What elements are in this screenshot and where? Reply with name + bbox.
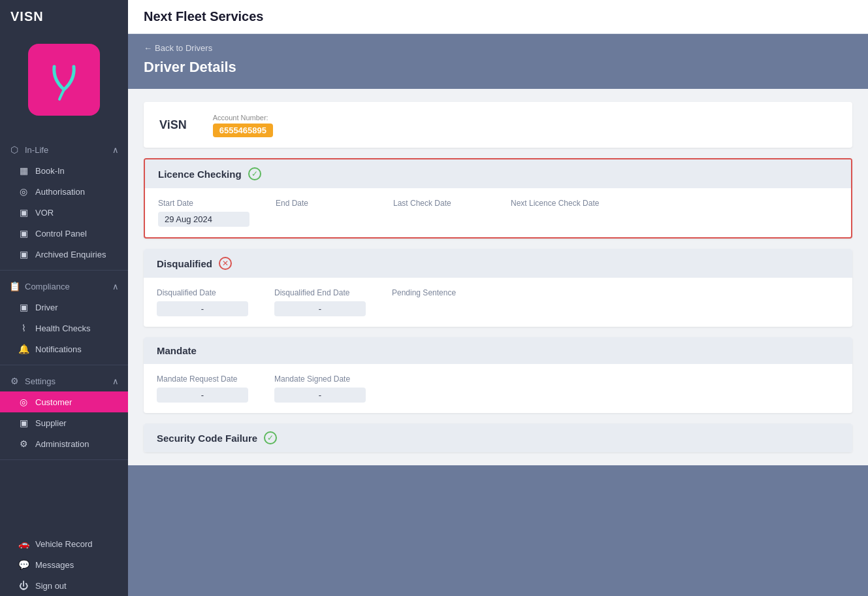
- breadcrumb-bar: ← Back to Drivers: [128, 34, 868, 54]
- inlife-chevron-icon: ∧: [112, 145, 119, 155]
- driver-icon: ▣: [18, 302, 29, 312]
- pending-sentence-label: Pending Sentence: [392, 288, 483, 297]
- driver-label: Driver: [35, 303, 58, 312]
- vor-icon: ▣: [18, 207, 29, 218]
- mandate-request-date-group: Mandate Request Date -: [157, 374, 248, 403]
- customer-icon: ◎: [18, 397, 29, 407]
- sidebar-group-header-compliance[interactable]: 📋 Compliance ∧: [0, 276, 128, 297]
- top-bar: Next Fleet Services: [128, 0, 868, 34]
- disqualified-date-value: -: [157, 301, 248, 316]
- sidebar-item-authorisation[interactable]: ◎ Authorisation: [0, 181, 128, 202]
- start-date-label: Start Date: [158, 199, 249, 208]
- brand-label: VISN: [0, 0, 128, 33]
- archived-enquiries-label: Archived Enquiries: [35, 250, 106, 259]
- settings-group-label: Settings: [25, 376, 56, 386]
- sidebar: VISN ⬡ In-Life ∧ ▦ Book-In ◎ Authorisati…: [0, 0, 128, 596]
- mandate-title: Mandate: [157, 345, 197, 356]
- page-title-bar: Driver Details: [128, 54, 868, 89]
- app-logo: [28, 44, 100, 116]
- content-area: ← Back to Drivers Driver Details ViSN Ac…: [128, 34, 868, 596]
- customer-label: Customer: [35, 397, 72, 407]
- start-date-group: Start Date 29 Aug 2024: [158, 199, 249, 227]
- security-code-failure-card: Security Code Failure ✓: [144, 423, 852, 452]
- disqualified-end-date-value: -: [274, 301, 366, 316]
- administration-label: Administration: [35, 439, 89, 449]
- start-date-value: 29 Aug 2024: [158, 212, 249, 227]
- sidebar-item-supplier[interactable]: ▣ Supplier: [0, 412, 128, 433]
- sidebar-group-header-inlife[interactable]: ⬡ In-Life ∧: [0, 139, 128, 160]
- sidebar-item-messages[interactable]: 💬 Messages: [0, 554, 128, 575]
- messages-icon: 💬: [18, 559, 29, 570]
- mandate-body: Mandate Request Date - Mandate Signed Da…: [144, 364, 852, 413]
- vehicle-record-icon: 🚗: [18, 538, 29, 549]
- sidebar-item-administration[interactable]: ⚙ Administration: [0, 433, 128, 454]
- compliance-chevron-icon: ∧: [112, 282, 119, 291]
- supplier-icon: ▣: [18, 418, 29, 428]
- sidebar-item-notifications[interactable]: 🔔 Notifications: [0, 339, 128, 359]
- vehicle-record-label: Vehicle Record: [35, 539, 92, 549]
- settings-chevron-icon: ∧: [112, 376, 119, 386]
- disqualified-date-label: Disqualified Date: [157, 288, 248, 297]
- sidebar-item-customer[interactable]: ◎ Customer: [0, 391, 128, 412]
- disqualified-header: Disqualified ✕: [144, 249, 852, 278]
- sidebar-group-header-settings[interactable]: ⚙ Settings ∧: [0, 371, 128, 391]
- health-checks-label: Health Checks: [35, 323, 91, 333]
- mandate-signed-date-group: Mandate Signed Date -: [274, 374, 366, 403]
- control-panel-icon: ▣: [18, 228, 29, 239]
- page-title: Driver Details: [144, 59, 236, 75]
- end-date-group: End Date: [276, 199, 367, 227]
- sidebar-bottom: 🚗 Vehicle Record 💬 Messages ⏻ Sign out: [0, 533, 128, 596]
- sidebar-group-inlife: ⬡ In-Life ∧ ▦ Book-In ◎ Authorisation ▣ …: [0, 137, 128, 267]
- sign-out-label: Sign out: [35, 581, 67, 591]
- settings-group-icon: ⚙: [9, 376, 20, 386]
- administration-icon: ⚙: [18, 439, 29, 449]
- next-licence-check-date-label: Next Licence Check Date: [511, 199, 602, 208]
- vor-label: VOR: [35, 208, 54, 218]
- licence-checking-card: Licence Checking ✓ Start Date 29 Aug 202…: [144, 158, 852, 239]
- book-in-label: Book-In: [35, 166, 65, 176]
- main-content: Next Fleet Services ← Back to Drivers Dr…: [128, 0, 868, 596]
- security-code-failure-title: Security Code Failure: [157, 433, 257, 444]
- archived-enquiries-icon: ▣: [18, 249, 29, 259]
- sidebar-item-book-in[interactable]: ▦ Book-In: [0, 160, 128, 181]
- account-number-group: Account Number: 6555465895: [213, 114, 273, 136]
- account-number-badge: 6555465895: [213, 124, 273, 137]
- sidebar-item-control-panel[interactable]: ▣ Control Panel: [0, 223, 128, 244]
- mandate-request-date-value: -: [157, 388, 248, 403]
- disqualified-end-date-label: Disqualified End Date: [274, 288, 366, 297]
- sidebar-item-archived-enquiries[interactable]: ▣ Archived Enquiries: [0, 244, 128, 265]
- authorisation-icon: ◎: [18, 186, 29, 197]
- mandate-header: Mandate: [144, 337, 852, 364]
- security-code-failure-header: Security Code Failure ✓: [144, 423, 852, 452]
- notifications-icon: 🔔: [18, 344, 29, 354]
- mandate-signed-date-value: -: [274, 388, 366, 403]
- disqualified-date-group: Disqualified Date -: [157, 288, 248, 316]
- licence-checking-title: Licence Checking: [158, 169, 242, 180]
- sign-out-icon: ⏻: [18, 580, 29, 591]
- mandate-fields: Mandate Request Date - Mandate Signed Da…: [157, 374, 839, 403]
- sidebar-item-vehicle-record[interactable]: 🚗 Vehicle Record: [0, 533, 128, 554]
- last-check-date-label: Last Check Date: [393, 199, 485, 208]
- health-checks-icon: ⌇: [18, 323, 29, 333]
- sidebar-item-health-checks[interactable]: ⌇ Health Checks: [0, 318, 128, 339]
- inlife-group-label: In-Life: [25, 145, 48, 155]
- notifications-label: Notifications: [35, 344, 82, 354]
- mandate-card: Mandate Mandate Request Date - Mandate S…: [144, 337, 852, 413]
- control-panel-label: Control Panel: [35, 229, 87, 239]
- pending-sentence-group: Pending Sentence: [392, 288, 483, 316]
- disqualified-body: Disqualified Date - Disqualified End Dat…: [144, 278, 852, 327]
- sidebar-item-driver[interactable]: ▣ Driver: [0, 297, 128, 318]
- end-date-label: End Date: [276, 199, 367, 208]
- sidebar-item-sign-out[interactable]: ⏻ Sign out: [0, 575, 128, 596]
- sidebar-item-vor[interactable]: ▣ VOR: [0, 202, 128, 223]
- breadcrumb-back[interactable]: ← Back to Drivers: [144, 43, 212, 53]
- back-arrow-icon: ←: [144, 43, 152, 53]
- disqualified-end-date-group: Disqualified End Date -: [274, 288, 366, 316]
- licence-checking-fields: Start Date 29 Aug 2024 End Date Last Che…: [158, 199, 838, 227]
- licence-checking-body: Start Date 29 Aug 2024 End Date Last Che…: [145, 188, 851, 237]
- account-name: ViSN: [159, 118, 187, 132]
- next-licence-check-date-group: Next Licence Check Date: [511, 199, 602, 227]
- compliance-group-icon: 📋: [9, 281, 20, 291]
- messages-label: Messages: [35, 560, 74, 570]
- security-code-failure-status-icon: ✓: [264, 431, 277, 444]
